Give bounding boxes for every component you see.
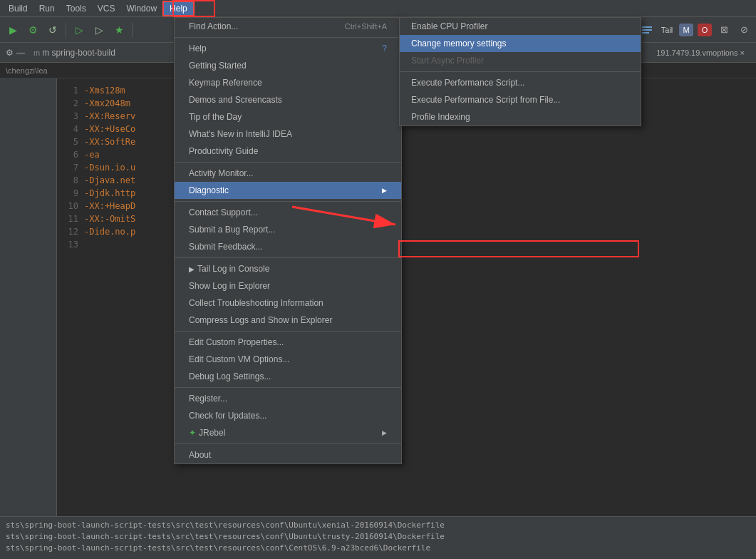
line-5: 5 -XX:SoftRe	[63, 135, 750, 148]
menu-sep-5	[175, 331, 401, 332]
star-button[interactable]: ★	[110, 21, 128, 39]
change-memory-settings-item[interactable]: Change memory settings	[400, 35, 641, 52]
submit-feedback-item[interactable]: Submit Feedback...	[175, 238, 401, 255]
reload-button[interactable]: ↺	[44, 21, 61, 39]
contact-support-item[interactable]: Contact Support...	[175, 204, 401, 221]
toolbar-o-icon[interactable]: O	[698, 24, 712, 36]
line-9: 9 -Djdk.http	[63, 187, 750, 200]
collect-troubleshooting-item[interactable]: Collect Troubleshooting Information	[175, 294, 401, 312]
help-item[interactable]: Help ?	[175, 40, 401, 57]
menu-window[interactable]: Window	[120, 2, 162, 15]
line-6: 6 -ea	[63, 148, 750, 161]
demos-item[interactable]: Demos and Screencasts	[175, 91, 401, 108]
edit-vmoptions-item[interactable]: Edit Custom VM Options...	[175, 351, 401, 368]
submit-bug-item[interactable]: Submit a Bug Report...	[175, 221, 401, 238]
menu-sep-1	[175, 37, 401, 38]
profile-indexing-item[interactable]: Profile Indexing	[400, 108, 641, 125]
menu-vcs[interactable]: VCS	[92, 2, 121, 15]
left-sidebar	[0, 78, 57, 532]
check-updates-item[interactable]: Check for Updates...	[175, 407, 401, 424]
register-item[interactable]: Register...	[175, 390, 401, 407]
help-dropdown: Find Action... Ctrl+Shift+A Help ? Getti…	[174, 17, 402, 464]
debug-button[interactable]: ⚙	[24, 21, 41, 39]
tip-item[interactable]: Tip of the Day	[175, 108, 401, 125]
status-line-2: sts\spring-boot-launch-script-tests\src\…	[6, 531, 750, 543]
enable-cpu-profiler-item[interactable]: Enable CPU Profiler	[400, 18, 641, 35]
run-button[interactable]: ▶	[4, 21, 21, 39]
line-13: 13	[63, 238, 750, 251]
status-line-1: sts\spring-boot-launch-script-tests\src\…	[6, 520, 750, 531]
svg-rect-2	[642, 32, 649, 34]
keymap-item[interactable]: Keymap Reference	[175, 74, 401, 91]
toolbar-image-icon[interactable]: ⊠	[716, 22, 732, 38]
menu-sep-4	[175, 257, 401, 258]
line-12: 12 -Dide.no.p	[63, 225, 750, 238]
svg-rect-0	[642, 26, 652, 28]
breadcrumb-path: \chengzi\lea	[6, 66, 48, 75]
toolbar-m-icon[interactable]: M	[679, 24, 693, 36]
menu-bar: Build Run Tools VCS Window Help	[0, 0, 756, 17]
activity-monitor-item[interactable]: Activity Monitor...	[175, 165, 401, 182]
menu-sep-6	[175, 387, 401, 388]
getting-started-item[interactable]: Getting Started	[175, 57, 401, 74]
line-11: 11 -XX:-OmitS	[63, 212, 750, 225]
svg-rect-1	[642, 29, 652, 31]
whats-new-item[interactable]: What's New in IntelliJ IDEA	[175, 125, 401, 143]
execute-perf-from-file-item[interactable]: Execute Performance Script from File...	[400, 91, 641, 108]
menu-tools[interactable]: Tools	[61, 2, 92, 15]
step-button[interactable]: ▷	[90, 21, 108, 39]
menu-build[interactable]: Build	[3, 2, 33, 15]
status-line-3: sts\spring-boot-launch-script-tests\src\…	[6, 543, 750, 554]
toolbar-separator-1	[66, 23, 66, 37]
compress-logs-item[interactable]: Compress Logs and Show in Explorer	[175, 312, 401, 329]
productivity-item[interactable]: Productivity Guide	[175, 143, 401, 160]
tail-label[interactable]: Tail	[659, 22, 675, 38]
toolbar-block-icon[interactable]: ⊘	[736, 22, 752, 38]
line-7: 7 -Dsun.io.u	[63, 161, 750, 174]
line-8: 8 -Djava.net	[63, 174, 750, 187]
line-10: 10 -XX:+HeapD	[63, 200, 750, 212]
tab-m-spring[interactable]: m m spring-boot-build	[26, 45, 123, 61]
menu-sep-2	[175, 162, 401, 163]
submenu-sep-1	[400, 71, 641, 72]
diagnostic-item[interactable]: Diagnostic	[175, 182, 401, 199]
menu-sep-7	[175, 443, 401, 444]
tail-button[interactable]	[639, 22, 655, 38]
minimize-icon[interactable]: —	[16, 48, 25, 58]
show-log-item[interactable]: Show Log in Explorer	[175, 277, 401, 294]
find-action-item[interactable]: Find Action... Ctrl+Shift+A	[175, 18, 401, 35]
status-bar: sts\spring-boot-launch-script-tests\src\…	[0, 516, 756, 559]
editor: 1 -Xms128m 2 -Xmx2048m 3 -XX:Reserv 4 -X…	[57, 78, 756, 532]
open-file-tab[interactable]: 191.7479.19.vmoptions ×	[656, 48, 745, 57]
play-button[interactable]: ▷	[71, 21, 88, 39]
toolbar-separator-2	[132, 23, 133, 37]
start-async-profiler-item: Start Async Profiler	[400, 52, 641, 69]
menu-sep-3	[175, 201, 401, 202]
jrebel-item[interactable]: ✦ JRebel	[175, 424, 401, 441]
gear-icon[interactable]: ⚙	[6, 48, 14, 58]
tail-log-item[interactable]: ▶ Tail Log in Console	[175, 260, 401, 277]
about-item[interactable]: About	[175, 446, 401, 463]
edit-properties-item[interactable]: Edit Custom Properties...	[175, 334, 401, 351]
execute-perf-script-item[interactable]: Execute Performance Script...	[400, 74, 641, 91]
menu-run[interactable]: Run	[33, 2, 61, 15]
diagnostic-submenu: Enable CPU Profiler Change memory settin…	[399, 17, 641, 126]
debug-log-item[interactable]: Debug Log Settings...	[175, 368, 401, 385]
menu-help[interactable]: Help	[162, 1, 195, 16]
